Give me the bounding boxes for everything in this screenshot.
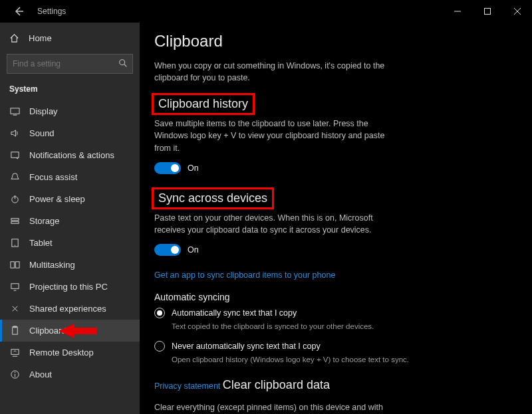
svg-rect-19 — [12, 327, 17, 334]
main-content: Clipboard When you copy or cut something… — [140, 23, 532, 414]
sidebar-item-notifications[interactable]: Notifications & actions — [0, 144, 140, 166]
sidebar-item-label: Multitasking — [29, 260, 75, 270]
sidebar: Home System Display Sound — [0, 23, 140, 414]
clipboard-history-toggle-state: On — [188, 163, 199, 173]
sidebar-item-label: Sound — [29, 128, 55, 138]
clear-heading: Clear clipboard data — [223, 378, 330, 392]
focus-assist-icon — [9, 172, 20, 182]
sidebar-item-power-sleep[interactable]: Power & sleep — [0, 188, 140, 210]
sidebar-item-label: Focus assist — [29, 172, 77, 182]
page-title: Clipboard — [154, 32, 517, 51]
radio-sub: Open clipboard history (Windows logo key… — [172, 354, 411, 365]
sidebar-home-label: Home — [29, 33, 52, 43]
sidebar-item-label: Power & sleep — [29, 194, 85, 204]
titlebar: Settings — [0, 0, 532, 23]
sidebar-item-label: Display — [29, 106, 58, 116]
automatic-syncing-heading: Automatic syncing — [154, 292, 517, 302]
sidebar-item-about[interactable]: About — [0, 363, 140, 385]
sidebar-item-label: About — [29, 369, 52, 379]
sidebar-section-label: System — [0, 80, 140, 100]
notifications-icon — [9, 150, 20, 160]
svg-point-15 — [14, 245, 15, 246]
svg-rect-17 — [15, 262, 19, 268]
remote-desktop-icon — [9, 348, 20, 358]
svg-rect-22 — [11, 350, 18, 355]
sidebar-item-label: Clipboard — [29, 326, 66, 336]
sidebar-item-tablet[interactable]: Tablet — [0, 232, 140, 254]
sidebar-item-storage[interactable]: Storage — [0, 210, 140, 232]
home-icon — [9, 33, 19, 43]
multitasking-icon — [9, 260, 20, 270]
svg-line-6 — [124, 64, 127, 67]
sidebar-item-label: Storage — [29, 216, 60, 226]
svg-rect-2 — [484, 9, 490, 15]
radio-never-auto-sync[interactable]: Never automatically sync text that I cop… — [154, 341, 517, 352]
tablet-icon — [9, 238, 20, 248]
radio-sub: Text copied to the clipboard is synced t… — [172, 321, 411, 332]
sync-heading: Sync across devices — [154, 190, 271, 207]
sidebar-item-label: Projecting to this PC — [29, 282, 108, 292]
search-icon — [118, 58, 128, 68]
back-arrow-icon[interactable] — [11, 3, 27, 19]
svg-rect-16 — [10, 262, 14, 268]
radio-auto-sync[interactable]: Automatically sync text that I copy — [154, 308, 517, 318]
svg-rect-13 — [11, 221, 18, 223]
svg-rect-18 — [11, 284, 18, 289]
sync-toggle[interactable] — [154, 244, 181, 256]
search-input[interactable] — [7, 54, 133, 74]
svg-rect-7 — [10, 108, 19, 114]
sidebar-item-clipboard[interactable]: Clipboard — [0, 320, 140, 342]
clear-desc: Clear everything (except pinned items) o… — [154, 401, 394, 414]
display-icon — [9, 106, 20, 116]
sidebar-item-projecting[interactable]: Projecting to this PC — [0, 276, 140, 298]
sync-app-link[interactable]: Get an app to sync clipboard items to yo… — [154, 270, 335, 280]
window-title: Settings — [37, 7, 66, 16]
radio-icon — [154, 308, 165, 318]
shared-experiences-icon — [9, 304, 20, 314]
sidebar-item-shared-experiences[interactable]: Shared experiences — [0, 298, 140, 320]
radio-label: Never automatically sync text that I cop… — [172, 342, 321, 351]
sidebar-item-multitasking[interactable]: Multitasking — [0, 254, 140, 276]
clipboard-history-heading: Clipboard history — [154, 96, 252, 112]
sidebar-item-remote-desktop[interactable]: Remote Desktop — [0, 342, 140, 363]
storage-icon — [9, 216, 20, 226]
sync-toggle-state: On — [188, 245, 199, 255]
maximize-button[interactable] — [472, 0, 502, 23]
privacy-link[interactable]: Privacy statement — [154, 381, 220, 391]
minimize-button[interactable] — [442, 0, 472, 23]
sidebar-item-label: Tablet — [29, 238, 53, 248]
svg-point-26 — [14, 371, 15, 373]
clipboard-history-desc: Save multiple items to the clipboard to … — [154, 118, 394, 154]
sidebar-item-display[interactable]: Display — [0, 100, 140, 122]
sidebar-item-label: Remote Desktop — [29, 348, 94, 358]
radio-label: Automatically sync text that I copy — [172, 308, 297, 318]
radio-icon — [154, 341, 165, 352]
sidebar-item-sound[interactable]: Sound — [0, 122, 140, 144]
svg-point-5 — [120, 60, 125, 65]
clipboard-icon — [9, 326, 20, 336]
about-icon — [9, 369, 20, 379]
sound-icon — [9, 128, 20, 138]
sidebar-item-label: Shared experiences — [29, 304, 106, 314]
clipboard-history-toggle[interactable] — [154, 162, 181, 174]
svg-rect-9 — [11, 152, 18, 157]
svg-rect-12 — [11, 219, 18, 221]
sidebar-item-focus-assist[interactable]: Focus assist — [0, 166, 140, 188]
power-icon — [9, 194, 20, 204]
close-button[interactable] — [502, 0, 532, 23]
search-box[interactable] — [7, 54, 133, 74]
sync-desc: Paste text on your other devices. When t… — [154, 212, 394, 236]
intro-text: When you copy or cut something in Window… — [154, 60, 394, 84]
sidebar-item-label: Notifications & actions — [29, 150, 114, 160]
sidebar-home[interactable]: Home — [0, 28, 140, 49]
projecting-icon — [9, 282, 20, 292]
